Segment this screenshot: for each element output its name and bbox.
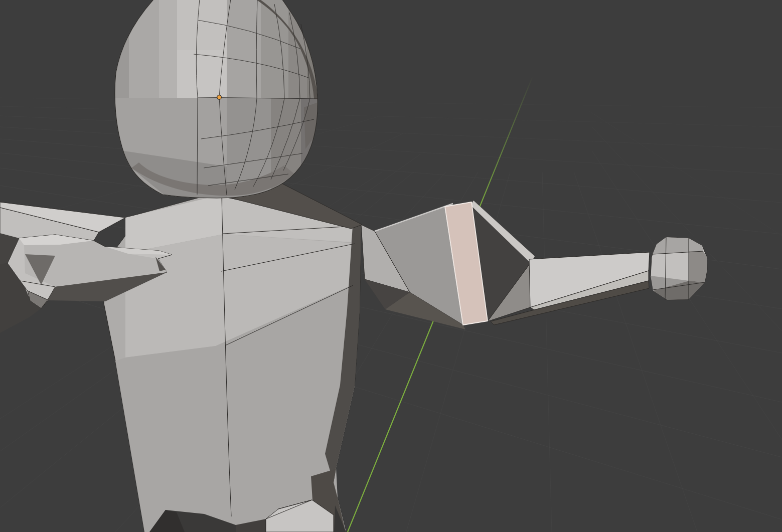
hand-ball-face[interactable] — [689, 251, 707, 282]
head[interactable] — [113, 0, 321, 201]
object-origin-dot[interactable] — [217, 95, 222, 100]
head-band[interactable] — [227, 0, 261, 99]
viewport-3d[interactable] — [0, 0, 782, 532]
torso[interactable] — [104, 196, 361, 532]
viewport-canvas[interactable] — [0, 0, 782, 532]
head-band[interactable] — [177, 50, 227, 98]
